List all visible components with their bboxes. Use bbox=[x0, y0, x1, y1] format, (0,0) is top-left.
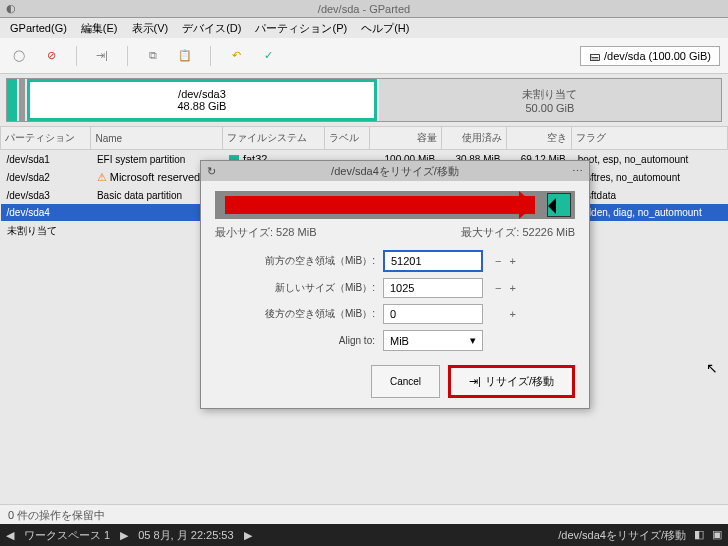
chevron-down-icon: ▾ bbox=[470, 334, 476, 347]
col-size[interactable]: 容量 bbox=[369, 127, 441, 150]
col-name[interactable]: Name bbox=[91, 127, 223, 150]
copy-icon[interactable]: ⧉ bbox=[142, 45, 164, 67]
separator bbox=[210, 46, 211, 66]
refresh-icon: ↻ bbox=[207, 165, 216, 178]
window-title: /dev/sda - GParted bbox=[318, 3, 410, 15]
col-partition[interactable]: パーティション bbox=[1, 127, 91, 150]
col-used[interactable]: 使用済み bbox=[441, 127, 506, 150]
align-select[interactable]: MiB ▾ bbox=[383, 330, 483, 351]
resize-icon: ⇥| bbox=[469, 375, 481, 388]
segment-sda1[interactable] bbox=[7, 79, 17, 121]
menu-device[interactable]: デバイス(D) bbox=[176, 19, 247, 38]
plus-icon[interactable]: + bbox=[509, 308, 515, 320]
col-free[interactable]: 空き bbox=[506, 127, 571, 150]
input-new-size[interactable]: 1025 bbox=[383, 278, 483, 298]
segment-label: 未割り当て bbox=[522, 87, 577, 102]
resize-move-button[interactable]: ⇥| リサイズ/移動 bbox=[448, 365, 575, 398]
plus-icon[interactable]: + bbox=[509, 255, 515, 267]
toolbar: ◯ ⊘ ⇥| ⧉ 📋 ↶ ✓ 🖴 /dev/sda (100.00 GiB) bbox=[0, 38, 728, 74]
segment-sda3[interactable]: /dev/sda3 48.88 GiB bbox=[27, 79, 377, 121]
menubar: GParted(G) 編集(E) 表示(V) デバイス(D) パーティション(P… bbox=[0, 18, 728, 38]
workspace-next-icon[interactable]: ▶ bbox=[120, 529, 128, 542]
cancel-button[interactable]: Cancel bbox=[371, 365, 440, 398]
segment-label: /dev/sda3 bbox=[178, 88, 226, 100]
status-text: 0 件の操作を保留中 bbox=[8, 509, 105, 521]
label-space-before: 前方の空き領域（MiB）: bbox=[215, 254, 375, 268]
annotation-arrow bbox=[225, 196, 535, 214]
menu-gparted[interactable]: GParted(G) bbox=[4, 20, 73, 36]
min-size-label: 最小サイズ: 528 MiB bbox=[215, 225, 316, 240]
resize-slider[interactable] bbox=[215, 191, 575, 219]
status-bar: 0 件の操作を保留中 bbox=[0, 504, 728, 524]
segment-sda2[interactable] bbox=[19, 79, 25, 121]
label-new-size: 新しいサイズ（MiB）: bbox=[215, 281, 375, 295]
input-space-after[interactable]: 0 bbox=[383, 304, 483, 324]
minus-icon[interactable]: − bbox=[495, 282, 501, 294]
label-space-after: 後方の空き領域（MiB）: bbox=[215, 307, 375, 321]
apply-icon[interactable]: ✓ bbox=[257, 45, 279, 67]
app-icon: ◐ bbox=[6, 2, 16, 15]
segment-size: 48.88 GiB bbox=[177, 100, 226, 112]
separator bbox=[127, 46, 128, 66]
col-label[interactable]: ラベル bbox=[325, 127, 370, 150]
workspace-label[interactable]: ワークスペース 1 bbox=[24, 528, 110, 543]
menu-partition[interactable]: パーティション(P) bbox=[249, 19, 353, 38]
col-flags[interactable]: フラグ bbox=[572, 127, 728, 150]
menu-view[interactable]: 表示(V) bbox=[126, 19, 175, 38]
device-selector-label: /dev/sda (100.00 GiB) bbox=[604, 50, 711, 62]
plus-icon[interactable]: + bbox=[509, 282, 515, 294]
col-fs[interactable]: ファイルシステム bbox=[223, 127, 325, 150]
resize-icon[interactable]: ⇥| bbox=[91, 45, 113, 67]
dialog-menu-icon[interactable]: ⋯ bbox=[572, 165, 583, 178]
disk-usage-bar[interactable]: /dev/sda3 48.88 GiB 未割り当て 50.00 GiB bbox=[6, 78, 722, 122]
resize-button-label: リサイズ/移動 bbox=[485, 374, 554, 389]
segment-size: 50.00 GiB bbox=[525, 102, 574, 114]
taskbar-clock: 05 8月, 月 22:25:53 bbox=[138, 528, 233, 543]
disk-icon: 🖴 bbox=[589, 50, 600, 62]
paste-icon[interactable]: 📋 bbox=[174, 45, 196, 67]
menu-help[interactable]: ヘルプ(H) bbox=[355, 19, 415, 38]
taskbar-window[interactable]: /dev/sda4をリサイズ/移動 bbox=[558, 528, 686, 543]
mouse-cursor: ↖ bbox=[706, 360, 718, 376]
resize-handle[interactable] bbox=[547, 193, 571, 217]
segment-unallocated[interactable]: 未割り当て 50.00 GiB bbox=[379, 79, 721, 121]
warning-icon: ⚠ bbox=[97, 171, 107, 183]
delete-icon[interactable]: ⊘ bbox=[40, 45, 62, 67]
max-size-label: 最大サイズ: 52226 MiB bbox=[461, 225, 575, 240]
minus-icon[interactable]: − bbox=[495, 255, 501, 267]
taskbar[interactable]: ◀ ワークスペース 1 ▶ 05 8月, 月 22:25:53 ▶ /dev/s… bbox=[0, 524, 728, 546]
dialog-title: /dev/sda4をリサイズ/移動 bbox=[331, 164, 459, 179]
tray-icon[interactable]: ▣ bbox=[712, 528, 722, 543]
dialog-titlebar[interactable]: ↻ /dev/sda4をリサイズ/移動 ⋯ bbox=[201, 161, 589, 181]
window-titlebar: ◐ /dev/sda - GParted bbox=[0, 0, 728, 18]
input-space-before[interactable]: 51201 bbox=[383, 250, 483, 272]
workspace-prev-icon[interactable]: ◀ bbox=[6, 529, 14, 542]
new-icon[interactable]: ◯ bbox=[8, 45, 30, 67]
tray-icon[interactable]: ◧ bbox=[694, 528, 704, 543]
label-align: Align to: bbox=[215, 335, 375, 346]
resize-dialog: ↻ /dev/sda4をリサイズ/移動 ⋯ 最小サイズ: 528 MiB 最大サ… bbox=[200, 160, 590, 409]
device-selector[interactable]: 🖴 /dev/sda (100.00 GiB) bbox=[580, 46, 720, 66]
undo-icon[interactable]: ↶ bbox=[225, 45, 247, 67]
menu-edit[interactable]: 編集(E) bbox=[75, 19, 124, 38]
separator bbox=[76, 46, 77, 66]
